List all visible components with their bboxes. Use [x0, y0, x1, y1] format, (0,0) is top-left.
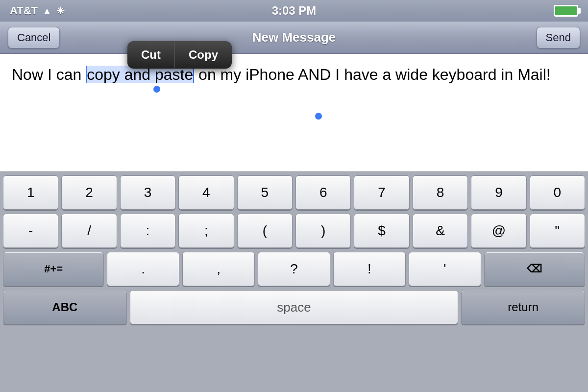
main-content: Now I can copy and paste on my iPhone AN…: [0, 54, 588, 392]
context-menu: Cut Copy: [127, 41, 232, 69]
key-hash-plus-equals[interactable]: #+=: [3, 252, 104, 286]
key-quote[interactable]: ": [530, 214, 585, 248]
key-apostrophe[interactable]: ': [409, 252, 481, 286]
message-text-after: on my iPhone AND I have a wide keyboard …: [194, 66, 550, 83]
status-right: [554, 5, 578, 17]
key-dollar[interactable]: $: [354, 214, 409, 248]
key-comma[interactable]: ,: [182, 252, 255, 286]
status-left: AT&T ▲ ✳: [10, 4, 65, 17]
key-7[interactable]: 7: [354, 175, 409, 210]
nav-bar: Cancel New Message Send Cut Copy: [0, 22, 588, 54]
send-button[interactable]: Send: [537, 27, 580, 49]
key-0[interactable]: 0: [530, 175, 585, 210]
status-time: 3:03 PM: [272, 4, 317, 18]
keyboard-row-numbers: 1 2 3 4 5 6 7 8 9 0: [3, 175, 585, 210]
key-abc[interactable]: ABC: [3, 290, 127, 324]
selection-handle-top: [153, 86, 160, 93]
nav-title: New Message: [252, 30, 336, 45]
wifi-icon: ▲: [43, 6, 51, 16]
message-area[interactable]: Now I can copy and paste on my iPhone AN…: [0, 54, 588, 172]
spinner-icon: ✳: [56, 5, 65, 17]
key-3[interactable]: 3: [120, 175, 175, 210]
cut-button[interactable]: Cut: [127, 41, 175, 69]
key-5[interactable]: 5: [237, 175, 293, 210]
key-4[interactable]: 4: [178, 175, 234, 210]
key-minus[interactable]: -: [3, 214, 58, 248]
keyboard-row-special: #+= . , ? ! ' ⌫: [3, 252, 585, 286]
message-text-before: Now I can: [12, 66, 86, 83]
key-space[interactable]: space: [130, 290, 459, 324]
key-semicolon[interactable]: ;: [178, 214, 234, 248]
key-8[interactable]: 8: [413, 175, 468, 210]
key-2[interactable]: 2: [61, 175, 117, 210]
key-period[interactable]: .: [107, 252, 179, 286]
key-1[interactable]: 1: [3, 175, 58, 210]
context-menu-bubble: Cut Copy: [127, 41, 232, 69]
key-close-paren[interactable]: ): [295, 214, 351, 248]
selection-handle-bottom: [315, 113, 322, 120]
copy-button[interactable]: Copy: [175, 41, 232, 69]
key-colon[interactable]: :: [120, 214, 175, 248]
keyboard: 1 2 3 4 5 6 7 8 9 0 - / : ; ( ) $ & @ " …: [0, 172, 588, 392]
status-bar: AT&T ▲ ✳ 3:03 PM: [0, 0, 588, 22]
battery-icon: [554, 5, 578, 17]
key-6[interactable]: 6: [295, 175, 351, 210]
key-9[interactable]: 9: [471, 175, 526, 210]
key-exclamation[interactable]: !: [333, 252, 406, 286]
cancel-button[interactable]: Cancel: [8, 27, 60, 49]
key-open-paren[interactable]: (: [237, 214, 293, 248]
carrier-text: AT&T: [10, 4, 38, 17]
keyboard-row-symbols: - / : ; ( ) $ & @ ": [3, 214, 585, 248]
key-slash[interactable]: /: [61, 214, 117, 248]
key-at[interactable]: @: [471, 214, 526, 248]
keyboard-row-bottom: ABC space return: [3, 290, 585, 324]
context-menu-arrow: [172, 68, 187, 69]
key-backspace[interactable]: ⌫: [484, 252, 585, 286]
key-question[interactable]: ?: [258, 252, 330, 286]
key-return[interactable]: return: [461, 290, 585, 324]
key-ampersand[interactable]: &: [413, 214, 468, 248]
